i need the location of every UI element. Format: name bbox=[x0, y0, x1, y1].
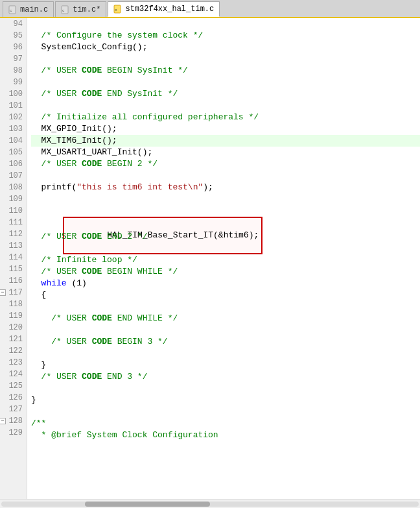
svg-text:c: c bbox=[10, 8, 12, 13]
code-line-102: /* Initialize all configured peripherals… bbox=[31, 112, 420, 123]
tab-stm32[interactable]: c stm32f4xx_hal_tim.c bbox=[108, 1, 220, 17]
line-num-109: 109 bbox=[0, 193, 23, 205]
line-num-98: 98 bbox=[0, 65, 23, 77]
line-num-123: 123 bbox=[0, 357, 23, 369]
tab-label3: stm32f4xx_hal_tim.c bbox=[125, 5, 214, 14]
editor: 94 95 96 97 98 99 100 101 102 bbox=[0, 18, 420, 499]
line-num-111: 111 bbox=[0, 217, 23, 228]
line-num-124: 124 bbox=[0, 369, 23, 380]
code-line-108: printf("this is tim6 int test\n"); bbox=[31, 182, 420, 193]
code-line-106: /* USER CODE BEGIN 2 */ bbox=[31, 158, 420, 170]
line-num-108: 108 bbox=[0, 182, 23, 193]
c-file-icon3: c bbox=[113, 5, 122, 14]
code-line-120 bbox=[31, 324, 420, 336]
line-num-114: 114 bbox=[0, 252, 23, 263]
line-num-110: 110 bbox=[0, 205, 23, 217]
line-num-94: 94 bbox=[0, 18, 23, 30]
code-line-129: * @brief System Clock Configuration bbox=[31, 429, 420, 441]
line-num-95: 95 bbox=[0, 30, 23, 42]
line-num-113: 113 bbox=[0, 240, 23, 252]
code-line-94 bbox=[31, 18, 420, 30]
code-line-113 bbox=[31, 243, 420, 254]
code-line-123: } bbox=[31, 359, 420, 371]
line-num-118: 118 bbox=[0, 298, 23, 310]
line-num-104: 104 bbox=[0, 135, 23, 147]
line-num-96: 96 bbox=[0, 42, 23, 53]
line-num-99: 99 bbox=[0, 77, 23, 88]
code-line-99 bbox=[31, 77, 420, 88]
line-num-117: − 117 bbox=[0, 287, 23, 298]
tab-main-c[interactable]: c main.c bbox=[3, 1, 54, 17]
line-numbers: 94 95 96 97 98 99 100 101 102 bbox=[0, 18, 27, 499]
svg-text:c: c bbox=[115, 8, 117, 12]
code-line-122 bbox=[31, 348, 420, 359]
code-line-104: MX_TIM6_Init(); bbox=[31, 135, 420, 147]
code-line-115: /* USER CODE BEGIN WHILE */ bbox=[31, 266, 420, 278]
code-line-96: SystemClock_Config(); bbox=[31, 42, 420, 53]
line-num-105: 105 bbox=[0, 147, 23, 158]
code-line-121: /* USER CODE BEGIN 3 */ bbox=[31, 336, 420, 348]
line-num-97: 97 bbox=[0, 53, 23, 65]
code-line-114: /* Infinite loop */ bbox=[31, 254, 420, 266]
line-num-120: 120 bbox=[0, 322, 23, 333]
c-file-icon2: c bbox=[61, 5, 70, 14]
code-line-119: /* USER CODE END WHILE */ bbox=[31, 313, 420, 324]
code-line-109 bbox=[31, 193, 420, 205]
code-line-98: /* USER CODE BEGIN SysInit */ bbox=[31, 65, 420, 77]
line-num-125: 125 bbox=[0, 380, 23, 392]
line-num-116: 116 bbox=[0, 275, 23, 287]
tab-bar: c main.c c tim.c* c stm32f4xx_hal_tim.c bbox=[0, 0, 420, 18]
tab-tim-c[interactable]: c tim.c* bbox=[55, 1, 106, 17]
code-area[interactable]: /* Configure the system clock */ SystemC… bbox=[27, 18, 420, 499]
tab-label2: tim.c* bbox=[73, 5, 100, 14]
code-line-124: /* USER CODE END 3 */ bbox=[31, 371, 420, 383]
tab-label: main.c bbox=[20, 5, 48, 14]
code-line-111 bbox=[31, 219, 420, 231]
code-line-97 bbox=[31, 53, 420, 65]
line-num-119: 119 bbox=[0, 310, 23, 322]
line-num-127: 127 bbox=[0, 404, 23, 415]
line-num-107: 107 bbox=[0, 170, 23, 182]
line-num-122: 122 bbox=[0, 345, 23, 357]
line-num-129: 129 bbox=[0, 427, 23, 439]
line-num-100: 100 bbox=[0, 88, 23, 100]
code-line-110: HAL_TIM_Base_Start_IT(&htim6); bbox=[31, 205, 420, 219]
svg-text:c: c bbox=[62, 8, 65, 13]
line-num-126: 126 bbox=[0, 392, 23, 404]
code-line-116: while (1) bbox=[31, 278, 420, 289]
code-line-127 bbox=[31, 406, 420, 418]
line-num-101: 101 bbox=[0, 100, 23, 112]
line-num-103: 103 bbox=[0, 123, 23, 135]
code-line-100: /* USER CODE END SysInit */ bbox=[31, 88, 420, 100]
scrollbar-thumb[interactable] bbox=[85, 502, 210, 507]
code-line-118 bbox=[31, 301, 420, 313]
line-num-106: 106 bbox=[0, 158, 23, 170]
c-file-icon: c bbox=[8, 5, 18, 14]
code-line-126: } bbox=[31, 394, 420, 406]
code-line-128: /** bbox=[31, 418, 420, 429]
line-num-115: 115 bbox=[0, 263, 23, 275]
scrollbar-track[interactable] bbox=[1, 502, 419, 507]
line-num-121: 121 bbox=[0, 333, 23, 345]
code-line-95: /* Configure the system clock */ bbox=[31, 30, 420, 42]
line-num-128: − 128 bbox=[0, 415, 23, 427]
code-line-117: { bbox=[31, 289, 420, 301]
line-num-102: 102 bbox=[0, 112, 23, 123]
line-num-112: 112 bbox=[0, 228, 23, 240]
scrollbar-container bbox=[0, 499, 420, 508]
code-line-125 bbox=[31, 383, 420, 394]
code-line-105: MX_USART1_UART_Init(); bbox=[31, 147, 420, 158]
code-line-107 bbox=[31, 170, 420, 182]
code-line-112: /* USER CODE END 2 */ bbox=[31, 231, 420, 243]
code-line-101 bbox=[31, 100, 420, 112]
code-line-103: MX_GPIO_Init(); bbox=[31, 123, 420, 135]
